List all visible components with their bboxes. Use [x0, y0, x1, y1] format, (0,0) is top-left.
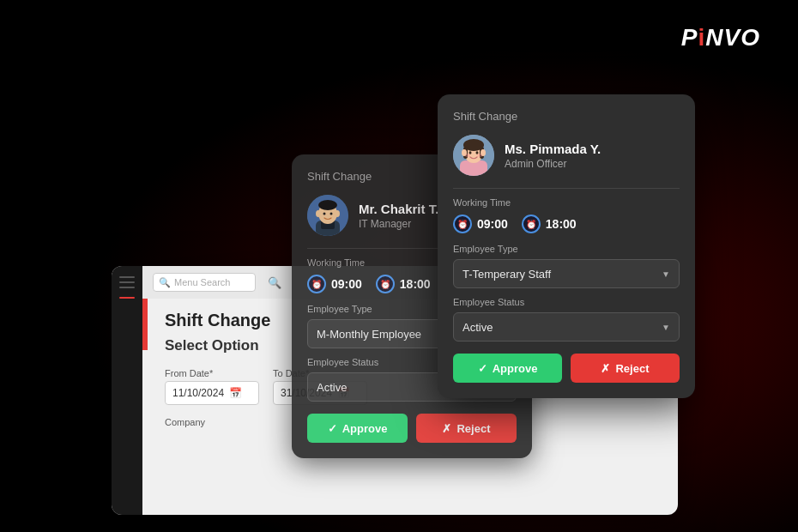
card-back-start-time: ⏰ 09:00	[307, 275, 362, 293]
pimmada-role: Admin Officer	[505, 158, 601, 170]
svg-point-8	[330, 213, 333, 215]
card-back-end-value: 18:00	[400, 277, 431, 291]
svg-point-20	[477, 154, 482, 157]
card-front-time-row: ⏰ 09:00 ⏰ 18:00	[453, 215, 680, 233]
card-back-approve-button[interactable]: ✓ Approve	[307, 414, 408, 443]
front-emp-type-arrow-icon: ▼	[662, 269, 670, 279]
card-back-reject-button[interactable]: ✗ Reject	[416, 414, 517, 443]
card-front-section-title: Shift Change	[453, 110, 680, 123]
pimmada-name: Ms. Pimmada Y.	[505, 142, 601, 156]
sidebar-line-3	[119, 287, 135, 288]
card-front-reject-label: Reject	[615, 362, 649, 375]
sidebar-line-1	[119, 276, 135, 278]
svg-point-7	[323, 213, 326, 215]
card-front-divider	[453, 188, 680, 189]
sidebar-accent	[119, 297, 135, 299]
card-front-emp-status-value: Active	[462, 321, 493, 334]
card-back-emp-status-value: Active	[317, 381, 347, 394]
sidebar-line-2	[119, 281, 135, 283]
card-back-start-value: 09:00	[331, 277, 362, 291]
chakrit-name: Mr. Chakrit T.	[359, 202, 438, 216]
clock-end-icon: ⏰	[376, 275, 395, 293]
search-placeholder: Menu Search	[174, 277, 230, 287]
svg-point-6	[335, 210, 340, 217]
search-icon-right: 🔍	[268, 276, 281, 289]
card-front-person: Ms. Pimmada Y. Admin Officer	[453, 135, 680, 176]
card-front-end-value: 18:00	[546, 217, 577, 231]
front-approve-check-icon: ✓	[478, 362, 487, 375]
pimmada-avatar-svg	[453, 135, 494, 176]
card-back-actions: ✓ Approve ✗ Reject	[307, 414, 517, 443]
card-front-start-value: 09:00	[477, 217, 508, 231]
card-front-end-time: ⏰ 18:00	[522, 215, 577, 233]
front-reject-x-icon: ✗	[601, 362, 610, 375]
from-date-input[interactable]: 11/10/2024 📅	[165, 381, 259, 405]
chakrit-avatar	[307, 195, 348, 236]
chakrit-info: Mr. Chakrit T. IT Manager	[359, 202, 438, 230]
from-date-field: From Date* 11/10/2024 📅	[165, 368, 259, 405]
svg-point-17	[469, 151, 472, 154]
pimmada-info: Ms. Pimmada Y. Admin Officer	[505, 142, 601, 170]
card-front-emp-status-dropdown[interactable]: Active ▼	[453, 312, 680, 342]
from-date-calendar-icon: 📅	[229, 387, 242, 399]
pimmada-avatar	[453, 135, 494, 176]
card-back-end-time: ⏰ 18:00	[376, 275, 431, 293]
svg-point-5	[316, 210, 321, 217]
clock-front-end-icon: ⏰	[522, 215, 541, 233]
from-date-label: From Date*	[165, 368, 259, 378]
card-front-actions: ✓ Approve ✗ Reject	[453, 354, 680, 383]
card-back-reject-label: Reject	[456, 422, 490, 435]
card-front-emp-status-label: Employee Status	[453, 297, 680, 307]
clock-start-icon: ⏰	[307, 275, 326, 293]
card-back-approve-label: Approve	[342, 422, 388, 435]
card-back-emp-type-value: M-Monthly Employee	[317, 328, 421, 341]
clock-front-start-icon: ⏰	[453, 215, 472, 233]
reject-x-icon: ✗	[442, 422, 451, 435]
card-front-approve-label: Approve	[493, 362, 538, 375]
card-front-start-time: ⏰ 09:00	[453, 215, 508, 233]
chakrit-role: IT Manager	[359, 218, 438, 230]
front-emp-status-arrow-icon: ▼	[662, 323, 670, 332]
approve-check-icon: ✓	[328, 422, 337, 435]
svg-point-4	[318, 200, 337, 210]
search-icon: 🔍	[159, 277, 171, 288]
company-label: Company	[165, 417, 205, 427]
svg-point-19	[465, 154, 470, 157]
card-pimmada: Shift Change	[438, 94, 695, 398]
from-date-value: 11/10/2024	[172, 387, 224, 399]
search-box[interactable]: 🔍 Menu Search	[153, 273, 256, 292]
svg-point-18	[476, 151, 479, 154]
card-front-emp-type-label: Employee Type	[453, 244, 680, 254]
sidebar	[112, 266, 142, 515]
card-front-emp-type-value: T-Temperary Staff	[462, 268, 551, 281]
chakrit-avatar-svg	[307, 195, 348, 236]
app-logo: PiNVO	[681, 24, 760, 51]
card-front-emp-type-dropdown[interactable]: T-Temperary Staff ▼	[453, 259, 680, 288]
card-front-approve-button[interactable]: ✓ Approve	[453, 354, 562, 383]
card-front-working-time-label: Working Time	[453, 197, 680, 208]
card-front-reject-button[interactable]: ✗ Reject	[571, 354, 680, 383]
